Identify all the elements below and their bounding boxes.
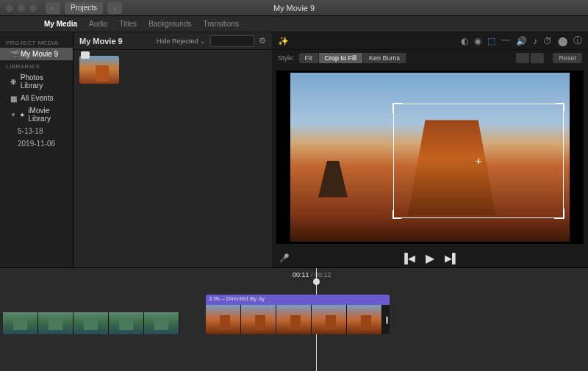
sidebar-item-label: My Movie 9 (21, 50, 58, 58)
library-tabs: My Media Audio Titles Backgrounds Transi… (0, 16, 588, 32)
timeline-clip-2[interactable]: 3.9s – Directed By dy ▌ ▐ (206, 295, 390, 334)
traffic-lights (6, 4, 37, 12)
star-icon: ✦ (19, 111, 25, 118)
prev-button[interactable]: ▐◀ (401, 253, 415, 264)
sidebar-item-project[interactable]: 🎬 My Movie 9 (0, 48, 73, 60)
microphone-icon[interactable]: 🎤 (279, 253, 290, 263)
hide-rejected-dropdown[interactable]: Hide Rejected ⌄ (157, 37, 206, 45)
viewer-canvas[interactable]: + (276, 71, 584, 244)
viewer-toolbar: ✨ ◐ ◉ ⬚ 〰 🔊 ♪ ⏱ ⬤ ⓘ (272, 32, 588, 50)
titlebar-nav: ‹ Projects ↓ (46, 2, 122, 14)
style-segment: Fit Crop to Fill Ken Burns (299, 53, 407, 63)
color-balance-icon[interactable]: ◐ (461, 36, 468, 46)
camera-icon (81, 51, 90, 59)
gear-icon[interactable]: ⚙ (259, 36, 266, 46)
back-button[interactable]: ‹ (46, 2, 60, 14)
tab-audio[interactable]: Audio (89, 20, 108, 28)
sidebar-item-label: All Events (21, 94, 53, 102)
tab-titles[interactable]: Titles (120, 20, 137, 28)
transport-controls: 🎤 ▐◀ ▶ ▶▌ (272, 248, 588, 267)
clip-trim-right[interactable]: ▐ (382, 305, 390, 334)
crop-to-fill-button[interactable]: Crop to Fill (319, 53, 364, 63)
timeline-clip-1[interactable] (3, 312, 179, 334)
rotate-buttons (516, 53, 544, 63)
stabilize-icon[interactable]: 〰 (501, 36, 510, 46)
style-label: Style: (278, 54, 295, 62)
sidebar-item-event-2[interactable]: 2019-11-06 (0, 137, 73, 150)
current-time: 00:11 (293, 271, 309, 278)
tab-my-media[interactable]: My Media (44, 20, 77, 28)
speed-icon[interactable]: ⏱ (543, 36, 552, 46)
play-button[interactable]: ▶ (426, 251, 434, 265)
window-titlebar: ‹ Projects ↓ My Movie 9 (0, 0, 588, 16)
reset-button[interactable]: Reset (553, 53, 582, 63)
fit-button[interactable]: Fit (299, 53, 319, 63)
next-button[interactable]: ▶▌ (445, 253, 459, 264)
browser-body[interactable] (74, 50, 272, 267)
browser-title: My Movie 9 (79, 37, 123, 46)
import-button[interactable]: ↓ (107, 2, 122, 14)
search-input[interactable] (210, 35, 254, 47)
volume-icon[interactable]: 🔊 (516, 36, 527, 46)
crop-icon[interactable]: ⬚ (487, 36, 495, 46)
ken-burns-button[interactable]: Ken Burns (363, 53, 406, 63)
zoom-window-icon[interactable] (29, 4, 37, 12)
chevron-down-icon: ▼ (10, 112, 16, 118)
clip-title-bar: 3.9s – Directed By dy (206, 295, 390, 305)
total-time: 00:12 (315, 271, 331, 278)
clapper-icon: 🎬 (10, 51, 18, 58)
rotate-left-button[interactable] (516, 53, 529, 63)
crop-controls: Style: Fit Crop to Fill Ken Burns Reset (272, 50, 588, 66)
sidebar-item-all-events[interactable]: ▦ All Events (0, 92, 73, 104)
sidebar-item-label: iMovie Library (28, 107, 67, 123)
minimize-window-icon[interactable] (18, 4, 25, 12)
calendar-icon: ▦ (10, 95, 18, 102)
info-icon[interactable]: ⓘ (573, 35, 582, 47)
media-browser: My Movie 9 Hide Rejected ⌄ ⚙ (74, 32, 272, 267)
sidebar-item-photos[interactable]: ❉ Photos Library (0, 71, 73, 92)
time-readout: 00:11 / 00:12 (293, 271, 331, 278)
sidebar-item-label: Photos Library (21, 73, 67, 90)
color-correction-icon[interactable]: ◉ (474, 36, 481, 46)
rotate-right-button[interactable] (531, 53, 544, 63)
timeline[interactable]: 00:11 / 00:12 3.9s – Directed By dy ▌ ▐ (0, 267, 588, 371)
filter-icon[interactable]: ⬤ (558, 36, 567, 46)
clip-body: ▌ ▐ (206, 305, 390, 334)
photos-icon: ❉ (10, 78, 18, 85)
viewer-panel: ✨ ◐ ◉ ⬚ 〰 🔊 ♪ ⏱ ⬤ ⓘ Style: Fit Crop to F… (272, 32, 588, 267)
sidebar-item-imovie-library[interactable]: ▼ ✦ iMovie Library (0, 104, 73, 125)
media-thumbnail[interactable] (79, 56, 119, 84)
tab-transitions[interactable]: Transitions (204, 20, 240, 28)
sidebar-item-event-1[interactable]: 5-13-18 (0, 125, 73, 137)
window-title: My Movie 9 (273, 4, 315, 12)
library-sidebar: PROJECT MEDIA 🎬 My Movie 9 LIBRARIES ❉ P… (0, 32, 74, 267)
browser-header: My Movie 9 Hide Rejected ⌄ ⚙ (74, 32, 272, 50)
noise-icon[interactable]: ♪ (533, 36, 537, 46)
video-frame: + (290, 73, 570, 242)
sidebar-header-project: PROJECT MEDIA (0, 37, 73, 48)
close-window-icon[interactable] (6, 4, 13, 12)
projects-button[interactable]: Projects (65, 2, 103, 14)
sidebar-header-libraries: LIBRARIES (0, 60, 73, 71)
magic-wand-icon[interactable]: ✨ (278, 36, 289, 46)
main-area: PROJECT MEDIA 🎬 My Movie 9 LIBRARIES ❉ P… (0, 32, 588, 267)
tab-backgrounds[interactable]: Backgrounds (148, 20, 191, 28)
